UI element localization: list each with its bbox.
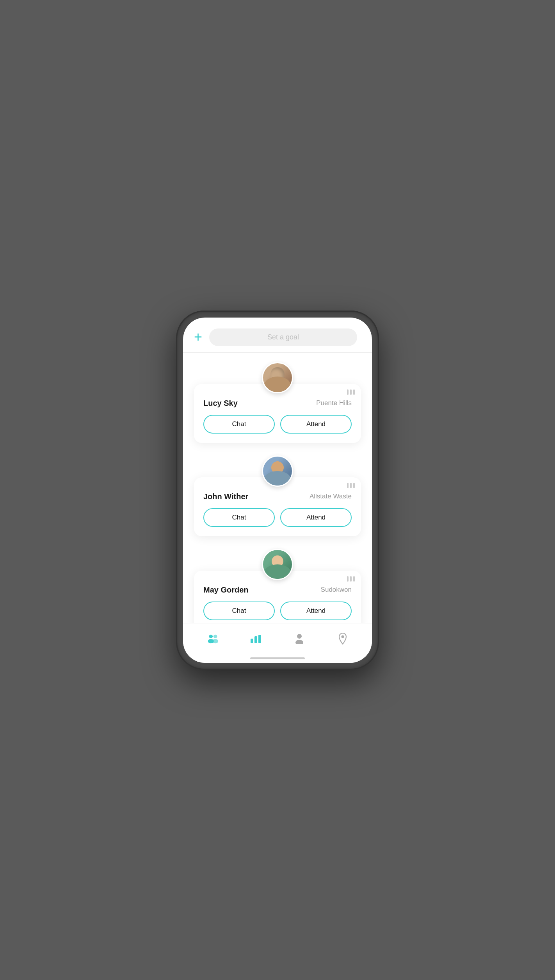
card-menu-icon-may[interactable] [347,576,355,582]
person-company-may: Sudokwon [321,586,352,594]
stats-icon [250,633,262,644]
nav-item-profile[interactable] [287,630,312,647]
goal-pill[interactable]: Set a goal [209,328,357,346]
screen-content: + Set a goal Lucy Sky [183,318,372,623]
person-company-john: Allstate Waste [310,493,352,500]
svg-rect-1 [350,389,352,395]
location-icon [336,633,349,644]
svg-rect-7 [350,576,352,582]
svg-rect-0 [347,389,349,395]
top-bar: + Set a goal [194,328,361,346]
svg-point-16 [297,634,302,639]
top-divider [183,352,372,353]
phone-screen: + Set a goal Lucy Sky [183,318,372,663]
card-info-lucy: Lucy Sky Puente Hills [203,399,352,408]
chat-button-lucy[interactable]: Chat [203,415,275,434]
profile-icon [293,633,306,644]
svg-rect-6 [347,576,349,582]
card-actions-may: Chat Attend [203,602,352,620]
attend-button-may[interactable]: Attend [280,602,352,620]
avatar-lucy [262,362,293,393]
phone-frame: + Set a goal Lucy Sky [176,311,379,670]
card-actions-john: Chat Attend [203,508,352,527]
card-menu-icon-lucy[interactable] [347,389,355,395]
avatar-john [262,455,293,487]
svg-rect-4 [350,483,352,488]
card-info-may: May Gorden Sudokwon [203,586,352,594]
svg-rect-5 [353,483,355,488]
svg-rect-3 [347,483,349,488]
svg-rect-15 [258,635,261,643]
person-card-wrapper-john: John Wither Allstate Waste Chat Attend [194,455,361,536]
svg-rect-8 [353,576,355,582]
people-icon [206,633,219,644]
chat-button-may[interactable]: Chat [203,602,275,620]
add-button[interactable]: + [194,330,202,344]
avatar-may [262,549,293,580]
svg-rect-14 [254,636,257,643]
svg-point-18 [341,635,344,638]
svg-point-12 [212,639,218,643]
person-card-wrapper-may: May Gorden Sudokwon Chat Attend [194,549,361,623]
person-name-john: John Wither [203,492,248,501]
home-indicator-bar [250,657,305,659]
person-company-lucy: Puente Hills [316,399,352,407]
attend-button-lucy[interactable]: Attend [280,415,352,434]
home-indicator [183,654,372,663]
card-menu-icon-john[interactable] [347,483,355,488]
attend-button-john[interactable]: Attend [280,508,352,527]
svg-point-11 [213,635,217,638]
svg-point-9 [209,635,212,638]
nav-item-stats[interactable] [244,630,269,647]
person-name-may: May Gorden [203,586,249,594]
nav-item-location[interactable] [330,630,355,647]
card-info-john: John Wither Allstate Waste [203,492,352,501]
person-card-wrapper-lucy: Lucy Sky Puente Hills Chat Attend [194,362,361,443]
person-name-lucy: Lucy Sky [203,399,238,408]
nav-item-people[interactable] [200,630,225,647]
svg-rect-13 [251,639,253,643]
chat-button-john[interactable]: Chat [203,508,275,527]
svg-point-17 [295,640,303,644]
bottom-nav [183,623,372,654]
card-actions-lucy: Chat Attend [203,415,352,434]
svg-rect-2 [353,389,355,395]
